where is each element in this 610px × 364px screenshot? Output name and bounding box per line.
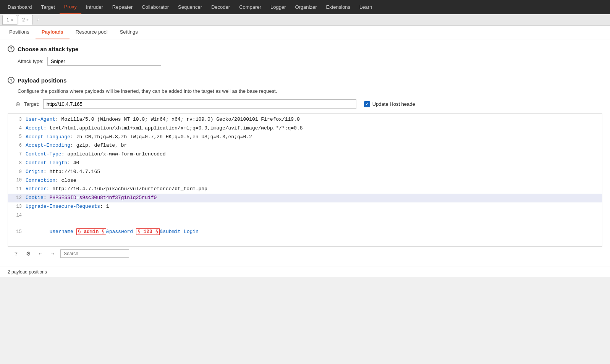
menu-learn[interactable]: Learn bbox=[355, 0, 377, 14]
table-row: 13 Upgrade-Insecure-Requests: 1 bbox=[8, 202, 602, 211]
menu-decoder[interactable]: Decoder bbox=[207, 0, 235, 14]
payload-line-suffix: &submit=Login bbox=[160, 229, 198, 235]
table-row: 3 User-Agent: Mozilla/5.0 (Windows NT 10… bbox=[8, 115, 602, 124]
tab-2-close[interactable]: × bbox=[26, 18, 29, 22]
payload-positions-section-header: ? Payload positions bbox=[8, 77, 602, 84]
menu-proxy[interactable]: Proxy bbox=[60, 0, 81, 14]
table-row: 5 Accept-Language: zh-CN,zh;q=0.8,zh-TW;… bbox=[8, 133, 602, 142]
tab-1-close[interactable]: × bbox=[11, 18, 13, 22]
update-host-header-checkbox[interactable] bbox=[364, 101, 370, 107]
search-input[interactable] bbox=[60, 249, 129, 258]
table-row: 11 Referer: http://10.4.7.165/pikachu/vu… bbox=[8, 185, 602, 194]
menu-logger[interactable]: Logger bbox=[266, 0, 290, 14]
payload-line-between: &password= bbox=[106, 229, 136, 235]
back-arrow-button[interactable]: ← bbox=[36, 249, 45, 258]
tab-1-label: 1 bbox=[6, 17, 9, 23]
table-row: 4 Accept: text/html,application/xhtml+xm… bbox=[8, 124, 602, 133]
status-bar: 2 payload positions bbox=[0, 267, 610, 277]
tab-add-button[interactable]: + bbox=[34, 16, 42, 24]
table-row: 14 bbox=[8, 211, 602, 220]
payload-positions-count: 2 payload positions bbox=[8, 269, 47, 275]
tab-2-label: 2 bbox=[22, 17, 25, 23]
sub-tab-settings[interactable]: Settings bbox=[114, 26, 144, 39]
target-input[interactable] bbox=[43, 99, 356, 109]
menu-intruder[interactable]: Intruder bbox=[81, 0, 108, 14]
attack-type-help-icon[interactable]: ? bbox=[8, 45, 15, 52]
sub-tab-positions[interactable]: Positions bbox=[3, 26, 36, 39]
sub-tab-resource-pool[interactable]: Resource pool bbox=[70, 26, 114, 39]
settings-icon-button[interactable]: ⚙ bbox=[24, 249, 33, 258]
target-crosshair-icon: ⊕ bbox=[15, 100, 20, 108]
sub-tab-payloads[interactable]: Payloads bbox=[36, 26, 70, 39]
help-icon-button[interactable]: ? bbox=[11, 249, 21, 258]
tab-bar: 1 × 2 × + bbox=[0, 14, 610, 26]
table-row: 8 Content-Length: 40 bbox=[8, 159, 602, 168]
update-host-header-checkbox-row: Update Host heade bbox=[364, 101, 415, 107]
attack-type-input[interactable] bbox=[47, 57, 161, 66]
payload-marker-2: § 123 § bbox=[136, 228, 160, 235]
main-content: ? Choose an attack type Attack type: ? P… bbox=[0, 39, 610, 267]
target-label: Target: bbox=[24, 101, 39, 107]
payload-marker-1: § admin § bbox=[76, 228, 106, 235]
attack-type-section-header: ? Choose an attack type bbox=[8, 45, 602, 52]
request-area: 3 User-Agent: Mozilla/5.0 (Windows NT 10… bbox=[8, 113, 602, 246]
menu-sequencer[interactable]: Sequencer bbox=[173, 0, 207, 14]
table-row: 6 Accept-Encoding: gzip, deflate, br bbox=[8, 141, 602, 150]
forward-arrow-button[interactable]: → bbox=[48, 249, 57, 258]
menu-target[interactable]: Target bbox=[37, 0, 60, 14]
attack-type-title: Choose an attack type bbox=[18, 46, 78, 52]
sub-tab-bar: Positions Payloads Resource pool Setting… bbox=[0, 26, 610, 39]
menu-comparer[interactable]: Comparer bbox=[235, 0, 266, 14]
payload-line-prefix: username= bbox=[49, 229, 76, 235]
payload-positions-description: Configure the positions where payloads w… bbox=[18, 88, 602, 94]
menu-organizer[interactable]: Organizer bbox=[290, 0, 321, 14]
table-row: 12 Cookie: PHPSESSID=s9sc30u8t4nf37ginlq… bbox=[8, 194, 602, 202]
menu-repeater[interactable]: Repeater bbox=[108, 0, 137, 14]
table-row: 9 Origin: http://10.4.7.165 bbox=[8, 168, 602, 176]
bottom-toolbar: ? ⚙ ← → bbox=[8, 246, 602, 260]
tab-1[interactable]: 1 × bbox=[2, 15, 17, 25]
menu-extensions[interactable]: Extensions bbox=[322, 0, 355, 14]
divider-1 bbox=[8, 72, 602, 72]
payload-positions-title: Payload positions bbox=[18, 77, 66, 84]
menu-collaborator[interactable]: Collaborator bbox=[137, 0, 173, 14]
update-host-header-label: Update Host heade bbox=[372, 101, 415, 107]
menu-bar: Dashboard Target Proxy Intruder Repeater… bbox=[0, 0, 610, 14]
payload-positions-help-icon[interactable]: ? bbox=[8, 77, 15, 84]
attack-type-row: Attack type: bbox=[18, 57, 602, 66]
menu-dashboard[interactable]: Dashboard bbox=[3, 0, 37, 14]
attack-type-label: Attack type: bbox=[18, 58, 44, 64]
tab-2[interactable]: 2 × bbox=[18, 15, 33, 25]
table-row: 7 Content-Type: application/x-www-form-u… bbox=[8, 150, 602, 159]
target-row: ⊕ Target: Update Host heade bbox=[15, 99, 602, 109]
table-row: 10 Connection: close bbox=[8, 176, 602, 185]
table-row-payload: 15 username=§ admin §&password=§ 123 §&s… bbox=[8, 220, 602, 244]
